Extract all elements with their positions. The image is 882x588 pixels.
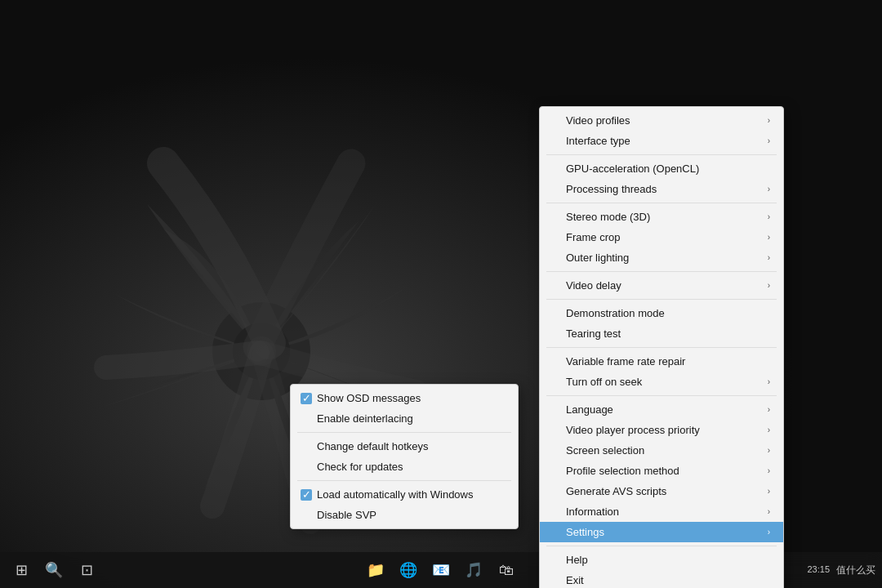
sub-separator-1 [297, 432, 511, 433]
check-area-load-auto: ✓ [301, 489, 317, 501]
menu-item-video-profiles[interactable]: Video profiles › [540, 110, 783, 131]
taskbar-search-button[interactable]: 🔍 [39, 555, 69, 585]
menu-item-variable-frame-rate[interactable]: Variable frame rate repair [540, 351, 783, 372]
menu-item-turn-off-seek[interactable]: Turn off on seek › [540, 372, 783, 392]
arrow-avs: › [768, 487, 770, 496]
menu-label-stereo: Stereo mode (3D) [566, 211, 761, 223]
menu-label-demonstration-mode: Demonstration mode [566, 307, 770, 319]
menu-item-video-delay[interactable]: Video delay › [540, 275, 783, 296]
arrow-language: › [768, 405, 770, 414]
main-context-menu: Video profiles › Interface type › GPU-ac… [539, 106, 784, 588]
menu-label-language: Language [566, 403, 761, 416]
menu-item-stereo-mode[interactable]: Stereo mode (3D) › [540, 207, 783, 227]
menu-item-change-hotkeys[interactable]: Change default hotkeys [291, 436, 518, 457]
menu-label-show-osd: Show OSD messages [317, 392, 505, 404]
sub-separator-2 [297, 480, 511, 481]
menu-label-deinterlacing: Enable deinterlacing [317, 412, 505, 425]
taskbar-task-view[interactable]: ⊡ [72, 555, 101, 585]
checkmark-load-auto: ✓ [301, 489, 312, 501]
sub-context-menu: ✓ Show OSD messages Enable deinterlacing… [290, 384, 519, 529]
menu-item-exit[interactable]: Exit [540, 570, 783, 588]
menu-label-frame-crop: Frame crop [566, 231, 761, 243]
menu-item-settings[interactable]: Settings › [540, 522, 783, 542]
separator-1 [546, 154, 777, 155]
separator-7 [546, 546, 777, 546]
menu-label-exit: Exit [566, 574, 770, 586]
menu-item-screen-selection[interactable]: Screen selection › [540, 440, 783, 461]
menu-item-tearing-test[interactable]: Tearing test [540, 323, 783, 344]
separator-3 [546, 271, 777, 272]
menu-label-screen-selection: Screen selection [566, 444, 761, 457]
menu-label-variable-frame-rate: Variable frame rate repair [566, 355, 770, 368]
menu-label-tearing-test: Tearing test [566, 327, 770, 340]
check-area-show-osd: ✓ [301, 393, 317, 404]
menu-item-help[interactable]: Help [540, 550, 783, 570]
menu-item-check-updates[interactable]: Check for updates [291, 457, 518, 477]
menu-label-help: Help [566, 554, 770, 566]
separator-5 [546, 347, 777, 348]
menu-label-disable-svp: Disable SVP [317, 509, 505, 521]
arrow-video-profiles: › [768, 116, 770, 125]
menu-item-outer-lighting[interactable]: Outer lighting › [540, 247, 783, 268]
taskbar-icon-store[interactable]: 🛍 [492, 555, 521, 585]
arrow-turn-off-seek: › [768, 377, 770, 386]
arrow-outer-lighting: › [768, 253, 770, 262]
arrow-information: › [768, 507, 770, 516]
menu-label-load-auto: Load automatically with Windows [317, 488, 505, 501]
arrow-interface-type: › [768, 136, 770, 145]
menu-item-disable-svp[interactable]: Disable SVP [291, 505, 518, 525]
menu-label-generate-avs: Generate AVS scripts [566, 485, 761, 497]
arrow-profile-selection: › [768, 466, 770, 475]
menu-label-information: Information [566, 506, 761, 518]
arrow-settings: › [768, 528, 770, 537]
menu-item-information[interactable]: Information › [540, 501, 783, 522]
menu-item-show-osd[interactable]: ✓ Show OSD messages [291, 388, 518, 408]
menu-label-video-profiles: Video profiles [566, 114, 761, 127]
menu-label-interface-type: Interface type [566, 135, 761, 147]
menu-label-video-delay: Video delay [566, 279, 761, 292]
menu-label-gpu: GPU-acceleration (OpenCL) [566, 163, 770, 175]
menu-label-turn-off-seek: Turn off on seek [566, 376, 761, 388]
taskbar-start-button[interactable]: ⊞ [7, 555, 36, 585]
menu-item-demonstration-mode[interactable]: Demonstration mode [540, 303, 783, 323]
checkmark-show-osd: ✓ [301, 393, 312, 404]
menu-item-profile-selection[interactable]: Profile selection method › [540, 461, 783, 481]
taskbar-time: 23:15 [807, 564, 830, 576]
menu-label-change-hotkeys: Change default hotkeys [317, 440, 505, 452]
taskbar-icon-mail[interactable]: 📧 [426, 555, 456, 585]
separator-6 [546, 395, 777, 396]
menu-item-processing-threads[interactable]: Processing threads › [540, 179, 783, 199]
menu-label-player-priority: Video player process priority [566, 424, 761, 436]
menu-item-language[interactable]: Language › [540, 399, 783, 420]
menu-item-player-priority[interactable]: Video player process priority › [540, 420, 783, 440]
arrow-threads: › [768, 185, 770, 194]
menu-item-deinterlacing[interactable]: Enable deinterlacing [291, 408, 518, 429]
menu-item-generate-avs[interactable]: Generate AVS scripts › [540, 481, 783, 501]
taskbar-icon-file-explorer[interactable]: 📁 [361, 555, 390, 585]
menu-label-check-updates: Check for updates [317, 461, 505, 473]
separator-4 [546, 299, 777, 300]
taskbar-clock: 23:15 [807, 564, 830, 576]
menu-label-threads: Processing threads [566, 183, 761, 195]
menu-item-load-auto[interactable]: ✓ Load automatically with Windows [291, 484, 518, 505]
separator-2 [546, 203, 777, 203]
taskbar-center: 📁 🌐 📧 🎵 🛍 [361, 555, 521, 585]
menu-item-gpu-acceleration[interactable]: GPU-acceleration (OpenCL) [540, 158, 783, 179]
taskbar-left: ⊞ 🔍 ⊡ [7, 555, 101, 585]
taskbar-right: 23:15 值什么买 [807, 564, 875, 577]
menu-item-interface-type[interactable]: Interface type › [540, 131, 783, 151]
arrow-screen-selection: › [768, 446, 770, 455]
arrow-player-priority: › [768, 425, 770, 434]
menu-label-profile-selection: Profile selection method [566, 465, 761, 477]
taskbar-icon-browser[interactable]: 🌐 [394, 555, 423, 585]
taskbar-watermark-text: 值什么买 [836, 564, 875, 577]
taskbar-icon-media[interactable]: 🎵 [459, 555, 488, 585]
arrow-stereo: › [768, 212, 770, 221]
arrow-video-delay: › [768, 281, 770, 290]
menu-item-frame-crop[interactable]: Frame crop › [540, 227, 783, 247]
menu-label-outer-lighting: Outer lighting [566, 252, 761, 264]
menu-label-settings: Settings [566, 526, 761, 538]
arrow-frame-crop: › [768, 233, 770, 242]
